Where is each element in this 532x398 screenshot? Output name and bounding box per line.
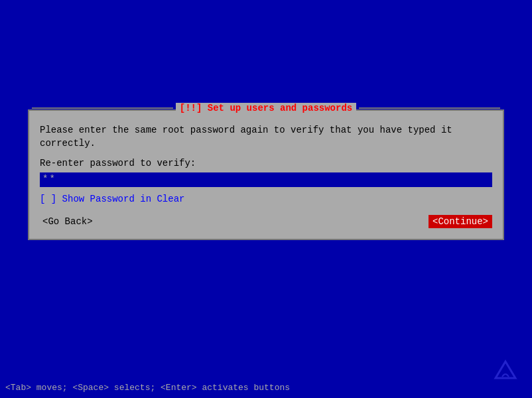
status-bar: <Tab> moves; <Space> selects; <Enter> ac… xyxy=(0,383,532,393)
screen: [!!] Set up users and passwords Please e… xyxy=(0,0,532,398)
description-text: Please enter the same root password agai… xyxy=(40,124,492,150)
password-input-display: ** xyxy=(42,174,56,184)
title-line-left xyxy=(32,107,173,109)
logo xyxy=(492,358,519,385)
title-line-right xyxy=(359,107,500,109)
dialog-title: [!!] Set up users and passwords xyxy=(176,103,356,113)
password-input-container[interactable]: ** xyxy=(40,172,492,187)
buttons-row: <Go Back> <Continue> xyxy=(40,215,492,228)
show-password-row[interactable]: [ ] Show Password in Clear xyxy=(40,194,492,204)
status-bar-text: <Tab> moves; <Space> selects; <Enter> ac… xyxy=(5,383,290,393)
dialog-content: Please enter the same root password agai… xyxy=(29,111,503,239)
continue-button[interactable]: <Continue> xyxy=(429,215,492,228)
password-label: Re-enter password to verify: xyxy=(40,158,492,168)
dialog: [!!] Set up users and passwords Please e… xyxy=(28,109,504,240)
show-password-checkbox-label[interactable]: [ ] Show Password in Clear xyxy=(40,194,184,204)
dialog-title-bar: [!!] Set up users and passwords xyxy=(29,103,503,113)
go-back-button[interactable]: <Go Back> xyxy=(40,215,96,228)
